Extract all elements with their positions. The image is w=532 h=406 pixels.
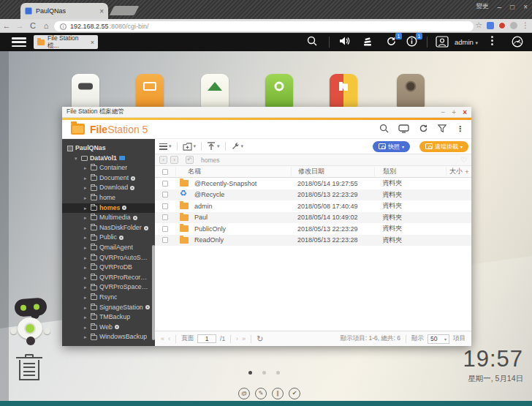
sidebar-item-volume[interactable]: ▾ DataVol1	[62, 154, 155, 164]
remote-mount-button[interactable]: 遠端掛載▾	[419, 141, 468, 152]
table-row[interactable]: @Recycle 2018/05/13 22:23:29 資料夾	[155, 189, 471, 201]
sidebar-folder-item[interactable]: ▸ Public	[62, 233, 155, 243]
sidebar-item-nas-root[interactable]: PaulQNas	[62, 143, 155, 154]
fs-close-icon[interactable]: ×	[463, 108, 467, 116]
select-all-checkbox[interactable]	[162, 169, 168, 175]
sidebar-folder-item[interactable]: ▸ Download	[62, 183, 155, 193]
more-options-icon[interactable]	[491, 36, 493, 45]
prev-page-button[interactable]: ‹	[168, 335, 170, 342]
sidebar-folder-item[interactable]: ▸ SignageStation	[62, 303, 155, 313]
window-close-icon[interactable]: ×	[523, 3, 528, 11]
nav-back-button[interactable]: ‹	[159, 156, 167, 164]
browser-profile-label[interactable]: 變更	[476, 2, 489, 11]
expand-arrow-icon[interactable]: ▸	[84, 243, 88, 253]
table-row[interactable]: PublicOnly 2018/05/13 22:23:29 資料夾	[155, 223, 471, 235]
extension-icon[interactable]	[510, 22, 517, 29]
row-checkbox[interactable]	[162, 237, 168, 243]
expand-arrow-icon[interactable]: ▸	[84, 193, 88, 203]
expand-arrow-icon[interactable]: ▸	[84, 332, 88, 342]
home-icon[interactable]: ⌂	[39, 21, 53, 30]
create-folder-button[interactable]: ▾	[183, 143, 197, 151]
fs-more-icon[interactable]: ⋮	[456, 124, 464, 134]
sidebar-folder-item[interactable]: ▸ homes	[62, 203, 155, 214]
main-menu-icon[interactable]	[12, 37, 26, 47]
sidebar-folder-item[interactable]: ▸ Container	[62, 163, 155, 173]
dashboard-icon[interactable]	[512, 36, 523, 50]
forward-icon[interactable]: →	[13, 21, 26, 30]
expand-arrow-icon[interactable]: ▸	[84, 303, 88, 313]
external-device-icon[interactable]	[362, 36, 373, 50]
sidebar-folder-item[interactable]: ▸ TMBackup	[62, 312, 155, 323]
volume-icon[interactable]	[339, 36, 351, 49]
add-column-button[interactable]: +	[463, 168, 471, 176]
new-tab-button[interactable]	[110, 6, 140, 15]
sidebar-folder-item[interactable]: ▸ QVRProSpace_DataVol1	[62, 282, 155, 293]
column-header-date[interactable]: 修改日期	[291, 167, 374, 176]
user-profile-icon[interactable]	[436, 36, 449, 50]
column-header-name[interactable]: 名稱	[175, 167, 291, 176]
fs-refresh-icon[interactable]	[419, 124, 428, 135]
open-app-tab[interactable]: File Station 檔... ×	[34, 35, 98, 49]
sidebar-folder-item[interactable]: ▸ WindowsBackup	[62, 332, 155, 342]
sidebar-folder-item[interactable]: ▸ QmailAgent	[62, 243, 155, 253]
search-icon[interactable]	[307, 36, 317, 49]
row-checkbox[interactable]	[162, 192, 168, 198]
sidebar-folder-item[interactable]: ▸ QVRProRecording	[62, 273, 155, 283]
table-row[interactable]: Paul 2018/05/14 10:49:02 資料夾	[155, 212, 471, 224]
sidebar-folder-item[interactable]: ▸ NasDiskFolder	[62, 223, 155, 233]
nav-forward-button[interactable]: ›	[170, 156, 178, 164]
extension-icon[interactable]	[498, 22, 506, 29]
first-page-button[interactable]: «	[161, 335, 164, 342]
expand-arrow-icon[interactable]: ▸	[84, 323, 88, 333]
fs-maximize-icon[interactable]: +	[452, 108, 456, 116]
dock-shortcut-icon[interactable]: ✎	[255, 388, 267, 399]
back-icon[interactable]: ←	[0, 21, 13, 30]
favorite-heart-icon[interactable]: ♡	[460, 156, 467, 164]
table-row[interactable]: ReadOnly 2018/05/13 22:23:28 資料夾	[155, 235, 471, 247]
window-minimize-icon[interactable]: –	[498, 3, 502, 11]
filter-icon[interactable]	[438, 124, 446, 135]
sidebar-folder-item[interactable]: ▸ QVRProDB	[62, 263, 155, 273]
expand-arrow-icon[interactable]: ▸	[84, 253, 88, 263]
table-row[interactable]: admin 2018/05/08 17:40:49 資料夾	[155, 200, 471, 212]
row-checkbox[interactable]	[162, 226, 168, 232]
qboost-robot-mascot[interactable]	[9, 298, 54, 347]
window-maximize-icon[interactable]: □	[510, 3, 514, 11]
expand-arrow-icon[interactable]: ▸	[84, 282, 88, 293]
browser-menu-icon[interactable]: ⋮	[522, 21, 529, 29]
page-size-select[interactable]: 50▾	[428, 334, 449, 344]
sidebar-folder-item[interactable]: ▸ Rsync	[62, 293, 155, 303]
dock-shortcut-icon[interactable]: ∥	[272, 388, 284, 399]
dock-shortcut-icon[interactable]: @	[238, 388, 250, 399]
breadcrumb-path[interactable]: homes	[201, 157, 220, 164]
expand-arrow-icon[interactable]: ▸	[84, 203, 88, 214]
next-page-button[interactable]: ›	[236, 335, 238, 342]
row-checkbox[interactable]	[162, 214, 168, 220]
notifications-icon[interactable]: 1	[406, 36, 417, 50]
row-checkbox[interactable]	[162, 203, 168, 209]
snapshot-button[interactable]: 快照▾	[373, 141, 410, 152]
expand-arrow-icon[interactable]: ▸	[84, 312, 88, 323]
sidebar-folder-item[interactable]: ▸ Web	[62, 323, 155, 333]
url-input[interactable]: i 192.168.2.55:8080/cgi-bin/	[54, 21, 474, 31]
recycle-bin-icon[interactable]	[16, 354, 42, 382]
site-info-icon[interactable]: i	[60, 23, 66, 30]
fs-minimize-icon[interactable]: −	[441, 108, 445, 116]
fs-search-icon[interactable]	[379, 124, 389, 135]
dock-shortcut-icon[interactable]: ✔	[289, 388, 300, 399]
expand-arrow-icon[interactable]: ▾	[75, 154, 79, 164]
background-tasks-icon[interactable]: 1	[386, 36, 397, 50]
refresh-list-icon[interactable]: ↻	[256, 334, 263, 344]
expand-arrow-icon[interactable]: ▸	[84, 183, 88, 193]
page-number-input[interactable]	[197, 334, 216, 343]
expand-arrow-icon[interactable]: ▸	[84, 213, 88, 223]
go-up-button[interactable]: ↶	[186, 156, 194, 164]
expand-arrow-icon[interactable]: ▸	[84, 233, 88, 243]
expand-arrow-icon[interactable]: ▸	[84, 273, 88, 283]
row-checkbox[interactable]	[162, 181, 168, 187]
sidebar-folder-item[interactable]: ▸ home	[62, 193, 155, 203]
app-tab-close-icon[interactable]: ×	[91, 39, 94, 46]
column-header-type[interactable]: 類別	[374, 167, 446, 176]
expand-arrow-icon[interactable]: ▸	[84, 223, 88, 233]
upload-button[interactable]: ▾	[207, 142, 220, 151]
